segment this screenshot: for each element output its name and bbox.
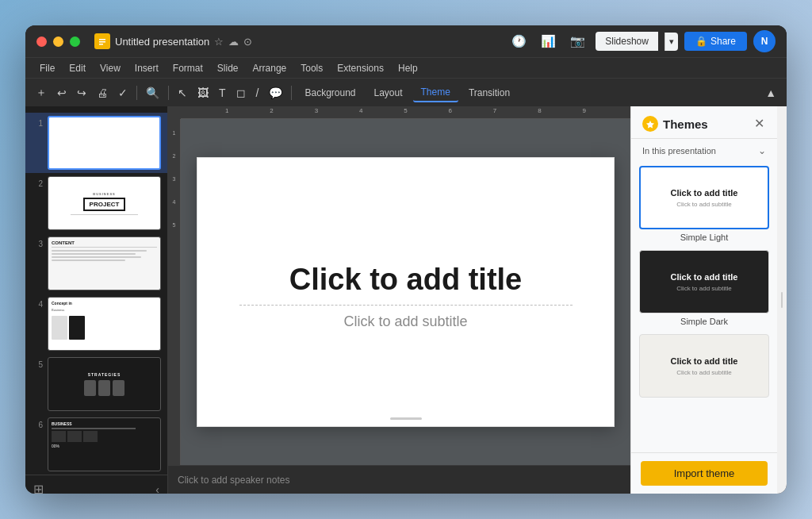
titlebar: Untitled presentation ☆ ☁ ⊙ 🕐 📊 📷 Slides… <box>25 25 787 57</box>
theme-item-trailblazer[interactable]: Click to add title Click to add subtitle <box>639 334 769 401</box>
slide-thumb-5[interactable]: 5 STRATEGIES <box>25 354 167 414</box>
zoom-btn[interactable]: 🔍 <box>142 84 163 102</box>
themes-panel: Themes ✕ In this presentation ⌄ Click to… <box>630 106 777 494</box>
slideshow-dropdown[interactable]: ▾ <box>665 33 678 51</box>
doc-title[interactable]: Untitled presentation <box>115 36 209 48</box>
theme-item-simple-light[interactable]: Click to add title Click to add subtitle… <box>639 166 769 242</box>
toolbar: ＋ ↩ ↪ 🖨 ✓ 🔍 ↖ 🖼 T ◻ / 💬 Background Layou… <box>25 78 787 106</box>
slide-thumb-4[interactable]: 4 Concept in Business <box>25 294 167 354</box>
avatar[interactable]: N <box>753 30 776 52</box>
editor-area: 1 2 3 4 5 6 7 8 9 1 2 3 <box>168 106 630 494</box>
app-window: Untitled presentation ☆ ☁ ⊙ 🕐 📊 📷 Slides… <box>25 25 787 494</box>
theme-name-simple-dark: Simple Dark <box>639 317 769 326</box>
minimize-button[interactable] <box>53 37 63 47</box>
ruler-horizontal: 1 2 3 4 5 6 7 8 9 <box>181 106 630 119</box>
camera-btn[interactable]: 📷 <box>566 32 589 51</box>
tab-transition[interactable]: Transition <box>461 84 518 102</box>
collapse-panel-btn[interactable]: ‹ <box>155 483 159 494</box>
grid-view-btn[interactable]: ⊞ <box>33 482 44 494</box>
tab-layout[interactable]: Layout <box>366 84 411 102</box>
spellcheck-btn[interactable]: ✓ <box>114 84 132 102</box>
slideshow-button[interactable]: Slideshow <box>596 32 658 51</box>
theme-preview-title-light: Click to add title <box>671 188 738 198</box>
themes-section-header[interactable]: In this presentation ⌄ <box>631 139 777 161</box>
slide-canvas[interactable]: Click to add title Click to add subtitle <box>197 157 615 427</box>
ruler-v-2: 2 <box>173 153 176 159</box>
slide-title-area[interactable]: Click to add title <box>239 247 573 306</box>
add-btn[interactable]: ＋ <box>32 83 51 102</box>
maximize-button[interactable] <box>70 37 80 47</box>
ruler-corner <box>168 106 181 119</box>
speaker-notes-placeholder[interactable]: Click to add speaker notes <box>178 475 289 486</box>
ruler-label-9: 9 <box>582 107 585 114</box>
themes-footer: Import theme <box>631 452 777 494</box>
slide-thumb-6[interactable]: 6 BUSINESS 00% <box>25 414 167 475</box>
history-btn[interactable]: 🕐 <box>508 32 530 51</box>
divider3 <box>291 86 292 100</box>
tab-theme[interactable]: Theme <box>413 83 458 102</box>
slide-subtitle-area[interactable]: Click to add subtitle <box>239 306 573 338</box>
text-btn[interactable]: T <box>215 84 230 102</box>
slide-preview-3: CONTENT <box>48 236 161 290</box>
menu-view[interactable]: View <box>94 61 127 75</box>
themes-close-btn[interactable]: ✕ <box>753 116 766 132</box>
menu-help[interactable]: Help <box>392 61 424 75</box>
slide-num-4: 4 <box>32 300 43 309</box>
collapse-btn[interactable]: ▲ <box>761 84 780 102</box>
slide-num-5: 5 <box>32 360 43 369</box>
themes-title: Themes <box>663 117 708 131</box>
redo-btn[interactable]: ↪ <box>73 84 90 102</box>
slide-editor: 1 2 3 4 5 Click to add title Click to ad… <box>168 119 630 465</box>
comment-btn[interactable]: 💬 <box>265 84 286 102</box>
app-icon <box>94 33 110 49</box>
menu-tools[interactable]: Tools <box>294 61 329 75</box>
undo-btn[interactable]: ↩ <box>53 84 71 102</box>
present-icon[interactable]: 📊 <box>537 32 560 51</box>
cloud-icon[interactable]: ☁ <box>228 36 239 48</box>
theme-item-simple-dark[interactable]: Click to add title Click to add subtitle… <box>639 250 769 326</box>
line-btn[interactable]: / <box>252 84 263 102</box>
tab-background[interactable]: Background <box>297 84 363 102</box>
themes-resize-handle[interactable] <box>777 106 787 494</box>
cursor-btn[interactable]: ↖ <box>174 84 191 102</box>
themes-header-left: Themes <box>642 116 708 132</box>
slide-subtitle-text[interactable]: Click to add subtitle <box>343 313 467 329</box>
image-btn[interactable]: 🖼 <box>193 84 213 102</box>
theme-preview-subtitle-light: Click to add subtitle <box>676 201 731 208</box>
theme-preview-trailblazer: Click to add title Click to add subtitle <box>639 334 769 398</box>
ruler-v-5: 5 <box>173 222 176 228</box>
close-button[interactable] <box>36 37 47 47</box>
theme-preview-subtitle-gray: Click to add subtitle <box>676 369 731 376</box>
slide-canvas-area[interactable]: Click to add title Click to add subtitle <box>181 119 630 465</box>
lock-icon: 🔒 <box>695 36 707 47</box>
slide-thumb-2[interactable]: 2 BUSINESS PROJECT <box>25 173 167 233</box>
shapes-btn[interactable]: ◻ <box>232 84 250 102</box>
themes-icon <box>642 116 658 132</box>
slide-num-1: 1 <box>32 119 43 128</box>
menu-edit[interactable]: Edit <box>63 61 92 75</box>
themes-chevron-icon: ⌄ <box>758 145 766 156</box>
slide-num-6: 6 <box>32 421 43 429</box>
menu-format[interactable]: Format <box>167 61 209 75</box>
slide-thumb-1[interactable]: 1 <box>25 113 167 173</box>
ruler-v-3: 3 <box>173 176 176 182</box>
scroll-indicator <box>390 417 422 420</box>
menu-extensions[interactable]: Extensions <box>331 61 390 75</box>
menu-insert[interactable]: Insert <box>128 61 165 75</box>
import-theme-button[interactable]: Import theme <box>641 461 768 486</box>
menubar: File Edit View Insert Format Slide Arran… <box>25 57 787 78</box>
share-button[interactable]: 🔒 Share <box>684 32 747 51</box>
ruler-label-2: 2 <box>270 107 273 114</box>
menu-arrange[interactable]: Arrange <box>247 61 293 75</box>
slide-thumb-3[interactable]: 3 CONTENT <box>25 233 167 294</box>
themes-list: Click to add title Click to add subtitle… <box>631 161 777 452</box>
menu-file[interactable]: File <box>33 61 61 75</box>
menu-slide[interactable]: Slide <box>211 61 245 75</box>
theme-preview-simple-dark: Click to add title Click to add subtitle <box>639 250 769 313</box>
slide-title-text[interactable]: Click to add title <box>289 263 522 296</box>
star-icon[interactable]: ☆ <box>214 36 224 48</box>
print-btn[interactable]: 🖨 <box>93 84 112 102</box>
divider2 <box>168 86 169 100</box>
history-icon[interactable]: ⊙ <box>243 36 252 48</box>
speaker-notes[interactable]: Click to add speaker notes <box>168 465 630 494</box>
